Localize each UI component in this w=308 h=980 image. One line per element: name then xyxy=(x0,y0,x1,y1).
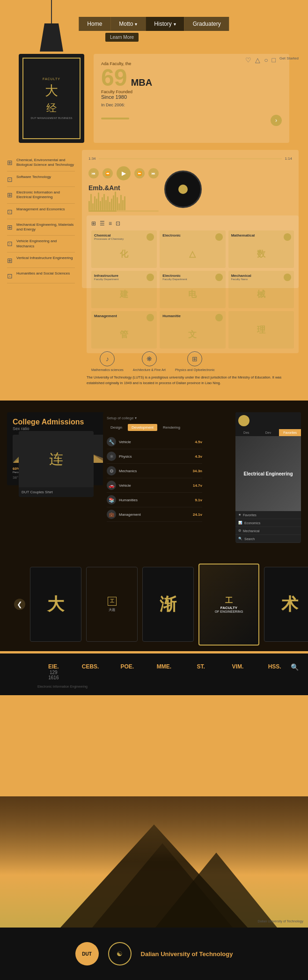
math-sciences-label: Mathematics sciences xyxy=(91,368,124,371)
carousel-item-1[interactable]: 大 xyxy=(30,567,81,642)
carousel-item-2[interactable]: 工 大连 xyxy=(86,567,138,642)
sidebar-item-vertical[interactable]: ⊞ Vertical Infrastructure Engineering xyxy=(7,252,75,268)
render-item-mechanical[interactable]: ⚙ Mechanical xyxy=(235,527,301,535)
app-item-name-vehicle: Vehicle xyxy=(119,440,192,444)
sidebar-label-chemical: Chemical, Environmental and Biological S… xyxy=(16,158,75,168)
humanities-icon: 📚 xyxy=(107,495,116,505)
sidebar-item-humanities[interactable]: ⊡ Humanities and Social Sciences xyxy=(7,268,75,283)
tab-rendering[interactable]: Rendering xyxy=(159,424,184,431)
nav-history[interactable]: History ▾ xyxy=(146,17,184,31)
render-item-favorites[interactable]: ★ Favorites xyxy=(235,511,301,519)
tab-development[interactable]: Development xyxy=(128,424,157,431)
college-admissions-title: College Admissions xyxy=(13,418,104,426)
nav-history-label: History xyxy=(154,21,171,27)
grid-icon-3: ⊞ xyxy=(7,223,13,231)
carousel-item-featured[interactable]: 工 FACULTY OF ENGINEERING xyxy=(198,564,259,646)
square-icon[interactable]: □ xyxy=(272,56,276,64)
app-list-item-vehicle[interactable]: 🔧 Vehicle 4.5v xyxy=(107,435,202,449)
faculty-top-text: FACULTY xyxy=(43,77,60,81)
render-tab-des[interactable]: Des xyxy=(235,429,257,436)
faculty-grid: Chemical Processes of Chemistry 化 Electr… xyxy=(91,230,294,349)
audio-next-button[interactable]: ⏭ xyxy=(148,168,159,178)
sidebar-item-software[interactable]: ⊡ Software Technology xyxy=(7,171,75,187)
box-icon-3: ⊡ xyxy=(7,240,13,247)
section3-header: ⊞ ☰ ≡ ⊡ xyxy=(91,220,294,227)
render-item-economics[interactable]: 📊 Economics xyxy=(235,519,301,527)
app-list-item-physics[interactable]: ⚛ Physics 4.3v xyxy=(107,449,202,464)
faculty-cell-chemical[interactable]: Chemical Processes of Chemistry 化 xyxy=(91,230,157,268)
render-tabs: Des Dev Favorites xyxy=(235,429,301,436)
icon-physics: ⊞ Physics and Optoelectronic xyxy=(175,351,215,371)
audio-seekbar[interactable] xyxy=(99,158,282,159)
audio-prev-button[interactable]: ⏮ xyxy=(88,168,99,178)
nav-graduatery[interactable]: Graduatery xyxy=(184,17,229,31)
faculty-cell-electronic[interactable]: Electronic △ xyxy=(160,230,225,268)
icon-math-sciences: ♪ Mathematics sciences xyxy=(91,351,124,371)
audio-track[interactable] xyxy=(88,210,159,212)
faculty-cell-science[interactable]: 理 xyxy=(228,311,294,349)
faculty-cell-infrastructure[interactable]: Infrastructure Faculty Department 建 xyxy=(91,271,157,308)
faculty-cell-management[interactable]: Management 管 xyxy=(91,311,157,349)
list-icon[interactable]: ☰ xyxy=(100,220,105,227)
heart-icon[interactable]: ♡ xyxy=(245,56,251,64)
tab-design[interactable]: Design xyxy=(107,424,126,431)
sidebar: ⊞ Chemical, Environmental and Biological… xyxy=(0,150,82,288)
render-item-search[interactable]: 🔍 Search xyxy=(235,535,301,543)
stat-abbr-hss: HSS. xyxy=(258,663,291,670)
carousel-item-3[interactable]: 渐 xyxy=(142,567,194,642)
mech-icon: ⚙ xyxy=(238,529,241,533)
sidebar-label-management: Management and Economics xyxy=(16,207,65,212)
sidebar-label-software: Software Technology xyxy=(16,175,51,179)
grid-filter-icon[interactable]: ⊞ xyxy=(91,220,96,227)
faculty-founded: Faculty Founded xyxy=(101,89,282,94)
faculty-big-char: 大 xyxy=(45,82,58,100)
stat-abbr-poe: POE. xyxy=(111,663,143,670)
footer: DUT ☯ Dalian University of Technology xyxy=(0,928,308,980)
faculty-cell-mathematical[interactable]: Mathematical 数 xyxy=(228,230,294,268)
app-list-item-management[interactable]: 💼 Management 24.1v xyxy=(107,507,202,522)
triangle-icon[interactable]: △ xyxy=(255,56,260,64)
chevron-down-icon: ▾ xyxy=(174,22,176,27)
cell-title-elec2: Electronic xyxy=(162,274,187,278)
vehicle2-icon: 🚗 xyxy=(107,481,116,490)
carousel-left-arrow[interactable]: ❮ xyxy=(14,599,25,610)
stat-col-hss: HSS. xyxy=(258,663,291,680)
render-tab-dev[interactable]: Dev xyxy=(257,429,279,436)
bottom-right-stamp: Dalian University of Technology xyxy=(257,920,303,923)
sidebar-item-vehicle[interactable]: ⊡ Vehicle Engineering and Mechanics xyxy=(7,236,75,252)
app-item-name-hum: Humanities xyxy=(119,498,192,502)
mba-arrow-button[interactable]: › xyxy=(271,115,282,126)
faculty-cell-mechanical[interactable]: Mechanical Faculty Nano 械 xyxy=(228,271,294,308)
app-list-item-humanities[interactable]: 📚 Humanities 9.1v xyxy=(107,493,202,507)
sidebar-item-mechanical[interactable]: ⊞ Mechanical Engineering, Materials and … xyxy=(7,219,75,236)
sidebar-item-electronic[interactable]: ⊞ Electronic Information and Electrical … xyxy=(7,187,75,204)
box-icon-5[interactable]: ⊡ xyxy=(116,220,120,227)
circle-icon[interactable]: ○ xyxy=(264,56,268,64)
faculty-cell-humanities[interactable]: Humanitie 文 xyxy=(160,311,225,349)
audio-forward-button[interactable]: ⏩ xyxy=(134,168,145,178)
nav-motto[interactable]: Motto ▾ xyxy=(110,17,146,31)
app-list-item-mechanics[interactable]: ⚙ Mechanics 34.3n xyxy=(107,464,202,478)
app-tabs: Design Development Rendering xyxy=(107,424,202,431)
audio-waveform xyxy=(88,192,159,210)
search-icon-stats[interactable]: 🔍 xyxy=(291,663,299,671)
carousel-item-5[interactable]: 术 xyxy=(264,567,308,642)
menu-icon[interactable]: ≡ xyxy=(109,220,112,227)
grid-icon-physics: ⊞ xyxy=(187,351,202,366)
render-tab-favorites[interactable]: Favorites xyxy=(279,429,301,436)
audio-rewind-button[interactable]: ⏪ xyxy=(103,168,113,178)
vinyl-record xyxy=(164,171,202,208)
app-list-item-vehicle2[interactable]: 🚗 Vehicle 14.7v xyxy=(107,478,202,493)
learn-more-button[interactable]: Learn More xyxy=(105,33,139,42)
render-avatar xyxy=(238,415,249,426)
sidebar-item-management[interactable]: ⊡ Management and Economics xyxy=(7,204,75,219)
sidebar-label-electronic: Electronic Information and Electrical En… xyxy=(16,190,75,200)
carousel-char-1: 大 xyxy=(47,593,64,616)
footer-emblem: ☯ xyxy=(108,942,132,965)
cell-avatar-5 xyxy=(215,274,223,281)
nav-home[interactable]: Home xyxy=(79,17,110,31)
sidebar-item-chemical[interactable]: ⊞ Chemical, Environmental and Biological… xyxy=(7,155,75,171)
mba-title: MBA xyxy=(131,77,153,88)
faculty-cell-electronic2[interactable]: Electronic Faculty Department 电 xyxy=(160,271,225,308)
audio-play-button[interactable]: ▶ xyxy=(117,166,131,180)
